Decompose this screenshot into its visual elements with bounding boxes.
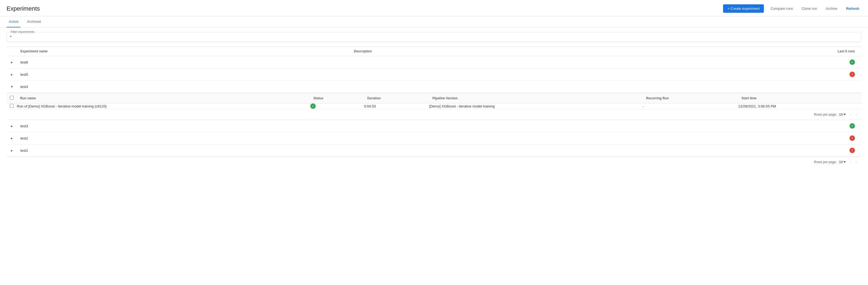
inner-table-wrapper-test4: Run name Status Duration Pipeline Versio…	[6, 93, 862, 120]
page-header: Experiments + Create experiment Compare …	[0, 0, 868, 16]
inner-next-page-button[interactable]: ›	[855, 112, 858, 117]
expand-cell-test1[interactable]: ▸	[6, 144, 17, 156]
col-description: Description	[350, 47, 592, 56]
inner-col-recurring-run: Recurring Run	[643, 93, 738, 103]
expand-arrow-test6: ▸	[11, 60, 13, 64]
row-checkbox-0[interactable]	[10, 104, 13, 108]
expand-arrow-test2: ▸	[11, 136, 13, 140]
row-recurring-run-0: -	[643, 103, 738, 109]
row-checkbox-cell-0[interactable]	[6, 103, 17, 109]
tab-archived[interactable]: Archived	[25, 16, 43, 27]
row-pipeline-version-0: [Demo] XGBoost - Iterative model trainin…	[429, 103, 643, 109]
expand-button-test4[interactable]: ▾	[10, 84, 14, 89]
inner-rows-per-page-bar: Rows per page: 10 25 50 ‹ ›	[6, 109, 862, 120]
inner-col-pipeline-version: Pipeline Version	[429, 93, 643, 103]
experiment-row-test3: ▸ test3 ✓	[6, 120, 862, 132]
status-success-icon-test6: ✓	[849, 60, 855, 65]
exp-name-test3: test3	[17, 120, 350, 132]
expanded-section-test4: Run name Status Duration Pipeline Versio…	[6, 93, 862, 120]
exp-name-test5: test5	[17, 68, 350, 81]
expand-cell-test4[interactable]: ▾	[6, 81, 17, 93]
archive-button[interactable]: Archive	[824, 5, 839, 12]
expand-button-test2[interactable]: ▸	[10, 136, 14, 141]
bottom-next-page-button[interactable]: ›	[855, 159, 858, 165]
create-experiment-button[interactable]: + Create experiment	[723, 4, 764, 13]
expand-button-test1[interactable]: ▸	[10, 148, 14, 153]
exp-status-test2: !	[592, 132, 862, 144]
row-status-icon-0: ✓	[310, 103, 316, 109]
page-title: Experiments	[6, 5, 40, 12]
inner-col-status: Status	[310, 93, 364, 103]
inner-header-row: Run name Status Duration Pipeline Versio…	[6, 93, 862, 103]
filter-label: Filter experiments	[9, 30, 35, 33]
expand-cell-test6[interactable]: ▸	[6, 56, 17, 68]
status-error-icon-test2: !	[849, 136, 855, 141]
exp-status-test4	[592, 81, 862, 93]
row-duration-0: 0:04:53	[364, 103, 429, 109]
refresh-button[interactable]: Refresh	[844, 5, 862, 12]
status-error-icon-test1: !	[849, 148, 855, 153]
exp-status-test3: ✓	[592, 120, 862, 132]
col-expand	[6, 47, 17, 56]
expand-button-test3[interactable]: ▸	[10, 123, 14, 129]
col-experiment-name: Experiment name	[17, 47, 350, 56]
bottom-prev-page-button[interactable]: ‹	[849, 159, 852, 165]
exp-name-test1: test1	[17, 144, 350, 156]
exp-name-test6: test6	[17, 56, 350, 68]
expand-button-test6[interactable]: ▸	[10, 60, 14, 65]
exp-status-test6: ✓	[592, 56, 862, 68]
expand-cell-test5[interactable]: ▸	[6, 68, 17, 81]
inner-table-row-0: Run of [Demo] XGBoost - Iterative model …	[6, 103, 862, 109]
col-last5runs: Last 5 runs	[592, 47, 862, 56]
inner-col-run-name: Run name	[17, 93, 310, 103]
select-all-checkbox[interactable]	[10, 96, 13, 100]
compare-runs-button[interactable]: Compare runs	[768, 5, 795, 12]
status-success-icon-test3: ✓	[849, 123, 855, 129]
status-error-icon-test5: !	[849, 72, 855, 77]
exp-desc-test6	[350, 56, 592, 68]
exp-desc-test2	[350, 132, 592, 144]
row-status-0: ✓	[310, 103, 364, 109]
exp-desc-test5	[350, 68, 592, 81]
inner-rows-per-page-label: Rows per page:	[814, 113, 837, 116]
header-actions: + Create experiment Compare runs Clone r…	[723, 4, 862, 13]
expand-cell-test2[interactable]: ▸	[6, 132, 17, 144]
tabs-bar: Active Archived	[0, 16, 868, 28]
bottom-rows-per-page-bar: Rows per page: 10 25 50 ‹ ›	[6, 156, 862, 167]
clone-run-button[interactable]: Clone run	[800, 5, 819, 12]
expand-arrow-test4: ▾	[11, 84, 13, 89]
experiment-row-test1: ▸ test1 !	[6, 144, 862, 156]
tab-active[interactable]: Active	[6, 16, 21, 27]
row-run-name-0: Run of [Demo] XGBoost - Iterative model …	[17, 103, 310, 109]
exp-status-test5: !	[592, 68, 862, 81]
experiments-table: Experiment name Description Last 5 runs …	[6, 46, 862, 156]
expand-arrow-test3: ▸	[11, 124, 13, 128]
experiment-row-test5: ▸ test5 !	[6, 68, 862, 81]
experiment-row-test6: ▸ test6 ✓	[6, 56, 862, 68]
expand-button-test5[interactable]: ▸	[10, 72, 14, 77]
exp-desc-test4	[350, 81, 592, 93]
bottom-rows-per-page-select[interactable]: 10 25 50	[839, 160, 846, 164]
main-content: Filter experiments Experiment name Descr…	[0, 28, 868, 172]
inner-rows-per-page-select[interactable]: 10 25 50	[839, 113, 846, 116]
exp-desc-test1	[350, 144, 592, 156]
filter-container: Filter experiments	[6, 32, 862, 42]
expand-cell-test3[interactable]: ▸	[6, 120, 17, 132]
row-start-time-0: 12/29/2021, 3:06:55 PM	[738, 103, 862, 109]
experiment-row-test2: ▸ test2 !	[6, 132, 862, 144]
inner-col-start-time: Start time	[738, 93, 862, 103]
expanded-cell-test4: Run name Status Duration Pipeline Versio…	[6, 93, 862, 120]
exp-desc-test3	[350, 120, 592, 132]
filter-input[interactable]	[7, 32, 861, 42]
inner-col-checkbox	[6, 93, 17, 103]
bottom-rows-per-page-label: Rows per page:	[814, 160, 837, 164]
expand-arrow-test1: ▸	[11, 148, 13, 152]
exp-name-test4: test4	[17, 81, 350, 93]
exp-name-test2: test2	[17, 132, 350, 144]
inner-prev-page-button[interactable]: ‹	[849, 112, 852, 117]
exp-status-test1: !	[592, 144, 862, 156]
inner-table-test4: Run name Status Duration Pipeline Versio…	[6, 93, 862, 109]
inner-col-duration: Duration	[364, 93, 429, 103]
experiment-row-test4: ▾ test4	[6, 81, 862, 93]
expand-arrow-test5: ▸	[11, 72, 13, 76]
